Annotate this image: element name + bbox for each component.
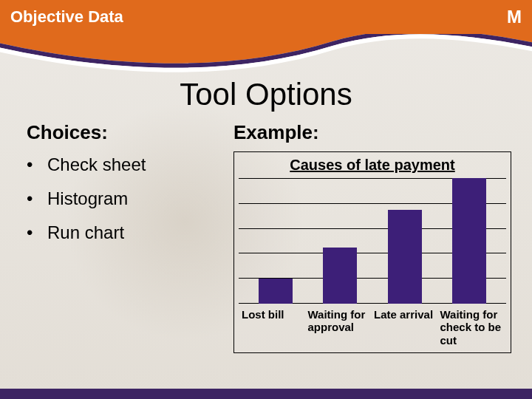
chart-title: Causes of late payment — [239, 157, 506, 174]
list-item: •Run chart — [27, 222, 229, 243]
left-column: Choices: •Check sheet •Histogram •Run ch… — [0, 121, 229, 353]
choice-label: Check sheet — [47, 154, 146, 175]
main-title: Tool Options — [0, 77, 532, 112]
footer-band — [0, 389, 532, 399]
chart-x-label: Waiting for check to be cut — [439, 308, 505, 347]
chart-bar — [388, 210, 422, 304]
header-title: Objective Data — [10, 7, 507, 27]
choice-label: Histogram — [47, 188, 128, 209]
chart-plot-area — [239, 178, 506, 304]
chart-x-label: Late arrival — [372, 308, 439, 347]
list-item: •Histogram — [27, 188, 229, 209]
right-column: Example: Causes of late payment Lost bil… — [229, 121, 532, 353]
chart-bar — [259, 279, 293, 304]
choices-heading: Choices: — [27, 121, 229, 144]
chart-bar — [452, 178, 486, 304]
chart-x-label: Lost bill — [240, 308, 307, 347]
chart-bar — [323, 248, 357, 304]
chart-container: Causes of late payment Lost billWaiting … — [233, 151, 511, 353]
header-badge: M — [507, 7, 522, 27]
header-bar: Objective Data M — [0, 0, 532, 34]
choice-label: Run chart — [47, 222, 124, 243]
list-item: •Check sheet — [27, 154, 229, 175]
chart-bars — [239, 178, 506, 304]
content-area: Tool Options Choices: •Check sheet •Hist… — [0, 74, 532, 384]
columns: Choices: •Check sheet •Histogram •Run ch… — [0, 121, 532, 353]
choices-list: •Check sheet •Histogram •Run chart — [27, 154, 229, 243]
slide: Objective Data M Tool Options Choices: •… — [0, 0, 532, 399]
chart-x-labels: Lost billWaiting for approvalLate arriva… — [239, 304, 506, 352]
example-heading: Example: — [233, 121, 511, 144]
chart-x-label: Waiting for approval — [307, 308, 373, 347]
